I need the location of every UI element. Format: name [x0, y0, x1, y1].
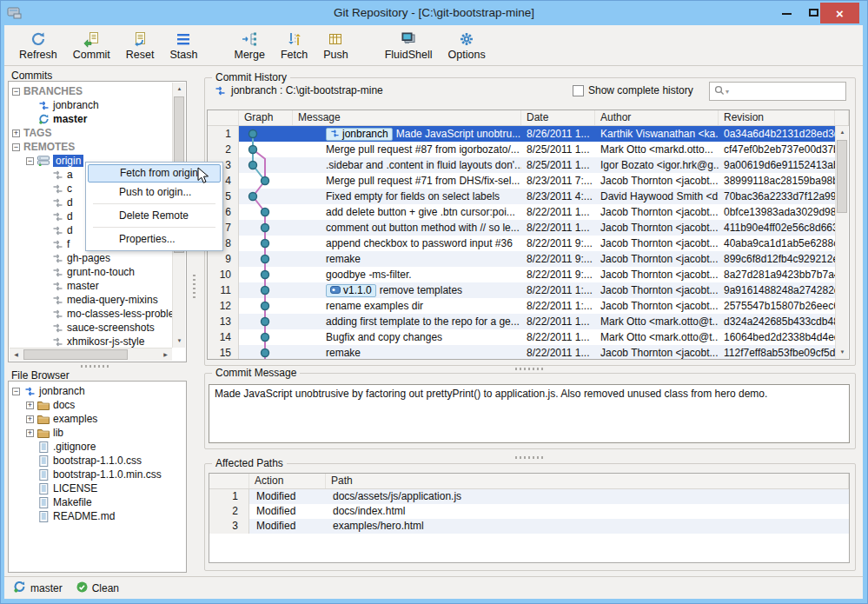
commit-row[interactable]: 2Merge pull request #87 from igorbozato/…: [208, 142, 835, 157]
panel-splitter-grip[interactable]: [81, 365, 110, 368]
menu-item-delete-remote[interactable]: Delete Remote: [88, 206, 221, 225]
tree-item-jonbranch[interactable]: jonbranch: [9, 98, 186, 112]
close-button[interactable]: ×: [820, 3, 859, 23]
branch-sync: [37, 114, 50, 124]
search-input[interactable]: ▾: [709, 82, 846, 101]
tree-item-gh-pages[interactable]: gh-pages: [9, 251, 186, 265]
commit-row[interactable]: 3.sidebar and .content in fluid layouts …: [208, 157, 835, 173]
message-paths-splitter-grip[interactable]: [515, 456, 545, 459]
collapse-icon[interactable]: −: [12, 88, 20, 96]
column-header-author[interactable]: Author: [595, 110, 719, 125]
fetch-button[interactable]: Fetch: [273, 27, 315, 63]
file-item-bootstrap-1-1-0-css[interactable]: bootstrap-1.1.0.css: [9, 454, 186, 468]
path-row-number: 3: [209, 519, 249, 534]
tree-item-master[interactable]: master: [9, 279, 186, 293]
scroll-up-icon[interactable]: ▲: [836, 126, 849, 139]
commit-row[interactable]: 9remake8/22/2011 9:...Jacob Thornton <ja…: [208, 251, 835, 267]
collapse-icon[interactable]: −: [12, 388, 20, 395]
refresh-button[interactable]: Refresh: [11, 27, 65, 63]
merge-button[interactable]: Merge: [226, 27, 272, 63]
history-message-splitter-grip[interactable]: [515, 368, 545, 370]
branch-icon: [214, 86, 226, 96]
commit-row[interactable]: 14Bugfix and copy changes8/22/2011 1...M…: [208, 329, 835, 345]
commit-row[interactable]: 11v1.1.0remove templates8/22/2011 1:...J…: [208, 282, 835, 298]
scroll-up-icon[interactable]: ▲: [173, 83, 186, 96]
tree-item-media-query-mixins[interactable]: media-query-mixins: [9, 293, 186, 307]
scroll-right-icon[interactable]: ▶: [159, 348, 172, 362]
tree-item-xhmikosr-js-style[interactable]: xhmikosr-js-style: [9, 335, 186, 348]
file-icon: [37, 483, 50, 494]
scroll-down-icon[interactable]: ▼: [173, 335, 186, 348]
file-item-docs[interactable]: +docs: [9, 398, 186, 412]
commit-row[interactable]: 10goodbye -ms-filter.8/22/2011 9:...Jaco…: [208, 267, 835, 282]
file-item-gitignore[interactable]: .gitignore: [9, 440, 186, 454]
expand-icon[interactable]: +: [12, 129, 20, 137]
column-header-date[interactable]: Date: [521, 110, 595, 125]
commit-button[interactable]: Commit: [65, 27, 118, 63]
collapse-icon[interactable]: −: [12, 143, 20, 151]
tree-item-remotes[interactable]: −REMOTES: [9, 140, 186, 154]
commit-graph-cell: [239, 298, 293, 314]
commit-row[interactable]: 4Merge pull request #71 from DHS/fix-sel…: [208, 173, 835, 189]
scroll-down-icon[interactable]: ▼: [836, 346, 849, 359]
commit-row[interactable]: 13adding first template to the repo for …: [208, 314, 835, 329]
file-item-lib[interactable]: +lib: [9, 426, 186, 440]
scroll-left-icon[interactable]: ◀: [10, 348, 23, 362]
collapse-icon[interactable]: −: [26, 157, 34, 165]
reset-button[interactable]: Reset: [118, 27, 162, 63]
paths-header-path[interactable]: Path: [326, 474, 849, 488]
commit-row[interactable]: 12rename examples dir8/22/2011 1:...Jaco…: [208, 298, 835, 314]
expand-icon[interactable]: +: [26, 415, 34, 423]
options-button[interactable]: Options: [441, 27, 494, 63]
column-header-graph[interactable]: Graph: [239, 110, 293, 125]
history-vertical-scrollbar[interactable]: ▲ ▼: [835, 126, 848, 359]
commit-row[interactable]: 15remake8/22/2011 1...Jacob Thornton <ja…: [208, 345, 835, 360]
tree-item-sauce-screenshots[interactable]: sauce-screenshots: [9, 321, 186, 335]
file-item-makefile[interactable]: Makefile: [9, 495, 186, 509]
commit-row[interactable]: 8append checkbox to password input #368/…: [208, 236, 835, 251]
expand-icon[interactable]: +: [26, 402, 34, 409]
file-item-license[interactable]: LICENSE: [9, 481, 186, 495]
affected-path-row[interactable]: 1Modifieddocs/assets/js/application.js: [209, 489, 849, 504]
file-item-bootstrap-1-1-0-min-css[interactable]: bootstrap-1.1.0.min.css: [9, 468, 186, 481]
commits-horizontal-scrollbar[interactable]: ◀ ▶: [10, 348, 172, 361]
affected-paths-table: ActionPath 1Modifieddocs/assets/js/appli…: [209, 473, 850, 563]
commit-graph-cell: [239, 126, 293, 142]
commit-row[interactable]: 6add delete button + give .btn cursor:po…: [208, 204, 835, 220]
tree-item-grunt-no-touch[interactable]: grunt-no-touch: [9, 265, 186, 279]
tree-item-mo-classes-less-proble[interactable]: mo-classes-less-proble: [9, 307, 186, 321]
refresh-icon: [30, 30, 47, 48]
fluidshell-button[interactable]: FluidShell: [377, 27, 441, 63]
file-item-readme-md[interactable]: README.md: [9, 509, 186, 523]
tree-item-master[interactable]: master: [9, 112, 186, 126]
commit-row[interactable]: 5Fixed empty for fields on select labels…: [208, 189, 835, 204]
tree-item-label: c: [67, 183, 72, 195]
column-header-row-number[interactable]: [208, 110, 239, 125]
paths-header-row-number[interactable]: [209, 474, 249, 488]
maximize-button[interactable]: [807, 6, 821, 20]
commit-message-cell: Fixed empty for fields on select labels: [293, 189, 521, 204]
scrollbar-thumb[interactable]: [23, 349, 128, 360]
column-splitter-grip[interactable]: [193, 275, 195, 301]
file-item-examples[interactable]: +examples: [9, 412, 186, 426]
commit-revision: 0a34a6d4b2131d28ed3d...: [719, 126, 835, 142]
tree-item-tags[interactable]: +TAGS: [9, 126, 186, 140]
column-header-message[interactable]: Message: [293, 110, 521, 125]
commit-date: 8/22/2011 1...: [521, 329, 595, 345]
affected-path-row[interactable]: 3Modifiedexamples/hero.html: [209, 519, 849, 534]
paths-header-action[interactable]: Action: [249, 474, 326, 488]
push-button[interactable]: Push: [315, 27, 356, 63]
expand-icon[interactable]: +: [26, 429, 34, 437]
minimize-button[interactable]: [780, 6, 794, 20]
commit-message-text: remake: [326, 251, 361, 267]
stash-button[interactable]: Stash: [162, 27, 206, 63]
show-complete-history-checkbox[interactable]: [573, 85, 584, 96]
column-header-revision[interactable]: Revision: [719, 110, 835, 125]
scrollbar-thumb[interactable]: [837, 140, 847, 213]
commit-row[interactable]: 7comment out button method with // so le…: [208, 220, 835, 236]
file-item-jonbranch[interactable]: −jonbranch: [9, 384, 186, 398]
affected-path-row[interactable]: 2Modifieddocs/index.html: [209, 504, 849, 519]
tree-item-branches[interactable]: −BRANCHES: [9, 84, 186, 98]
menu-item-properties[interactable]: Properties...: [88, 229, 221, 249]
commit-row[interactable]: 1jonbranchMade JavaScript unobtru...8/26…: [208, 126, 835, 142]
